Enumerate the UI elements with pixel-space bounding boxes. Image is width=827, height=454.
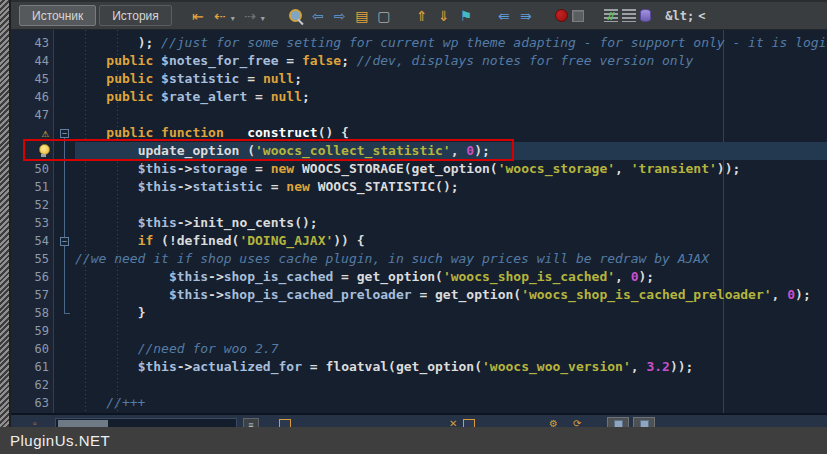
line-number[interactable]: 59	[11, 322, 54, 340]
code-text[interactable]: //+++	[75, 394, 827, 412]
code-text[interactable]: ); //just for some setting for current w…	[75, 34, 827, 52]
code-line-45[interactable]: 45 public $statistic = null;	[11, 70, 827, 88]
toggle-comment-icon[interactable]: //	[604, 9, 618, 22]
database-icon[interactable]	[640, 9, 651, 22]
code-line-51[interactable]: 51 $this->statistic = new WOOCS_STATISTI…	[11, 178, 827, 196]
line-number[interactable]: 63	[11, 394, 54, 412]
docked-panel-strip[interactable]	[0, 0, 11, 454]
code-text[interactable]	[75, 196, 827, 214]
back-icon[interactable]: ⇠	[211, 7, 229, 25]
code-line-43[interactable]: 43 ); //just for some setting for curren…	[11, 34, 827, 52]
dropdown-caret-icon[interactable]: ▾	[261, 14, 265, 23]
escaped-lt-button[interactable]: &lt;	[671, 7, 689, 25]
line-number[interactable]: 56	[11, 268, 54, 286]
find-bar-glyph[interactable]: ⚙	[549, 418, 558, 427]
forward-icon[interactable]: ⇢	[241, 7, 259, 25]
find-selection-icon[interactable]	[287, 7, 305, 25]
find-bar-glyph[interactable]: ⟳	[573, 418, 581, 427]
code-text[interactable]	[75, 106, 827, 124]
last-edited-icon[interactable]: ⇤	[189, 7, 207, 25]
code-editor[interactable]: 43 ); //just for some setting for curren…	[11, 30, 827, 413]
code-line-49[interactable]: update_option ('woocs_collect_statistic'…	[11, 142, 827, 160]
code-text[interactable]: update_option ('woocs_collect_statistic'…	[75, 142, 827, 160]
code-line-47[interactable]: 47	[11, 106, 827, 124]
code-text[interactable]: public $statistic = null;	[75, 70, 827, 88]
code-text[interactable]: public $rate_alert = null;	[75, 88, 827, 106]
line-number[interactable]: 61	[11, 358, 54, 376]
toggle-highlight-search-icon[interactable]: ▤	[353, 7, 371, 25]
record-macro-icon[interactable]	[555, 9, 568, 22]
code-text[interactable]: $this->shop_is_cached_preloader = get_op…	[75, 286, 827, 304]
next-bookmark-icon[interactable]: ⇓	[435, 7, 453, 25]
toggle-bookmark-icon[interactable]: ⚑	[457, 7, 475, 25]
code-line-55[interactable]: 55//we need it if shop uses cache plugin…	[11, 250, 827, 268]
code-line-62[interactable]: 62	[11, 376, 827, 394]
code-text[interactable]: $this->init_no_cents();	[75, 214, 827, 232]
line-number[interactable]: 51	[11, 178, 54, 196]
line-number[interactable]: 44	[11, 52, 54, 70]
dropdown-caret-icon[interactable]: ▾	[231, 14, 235, 23]
find-bar-glyph[interactable]: ✕	[449, 418, 457, 427]
code-line-59[interactable]: 59	[11, 322, 827, 340]
line-number[interactable]: 57	[11, 286, 54, 304]
line-number[interactable]: 43	[11, 34, 54, 52]
code-text[interactable]: $this->shop_is_cached = get_option('wooc…	[75, 268, 827, 286]
code-text[interactable]	[75, 322, 827, 340]
find-doc-button[interactable]	[607, 417, 629, 427]
code-line-53[interactable]: 53 $this->init_no_cents();	[11, 214, 827, 232]
fold-collapse-box[interactable]: −	[54, 124, 75, 142]
code-text[interactable]: //we need it if shop uses cache plugin, …	[75, 250, 827, 268]
rectangular-selection-icon[interactable]: ▢	[375, 7, 393, 25]
shift-right-icon[interactable]: ⇛	[517, 7, 535, 25]
code-line-58[interactable]: 58 }	[11, 304, 827, 322]
uncomment-icon[interactable]	[622, 9, 636, 22]
find-toggle-icon[interactable]	[279, 419, 291, 427]
code-line-61[interactable]: 61 $this->actualized_for = floatval(get_…	[11, 358, 827, 376]
find-bar-icon[interactable]: ▫	[33, 418, 37, 427]
find-next-icon[interactable]: ⇨	[331, 7, 349, 25]
code-line-44[interactable]: 44 public $notes_for_free = false; //dev…	[11, 52, 827, 70]
line-number[interactable]: 53	[11, 214, 54, 232]
find-input[interactable]	[55, 418, 237, 427]
code-text[interactable]: public function __construct() {	[75, 124, 827, 142]
tab-history[interactable]: История	[99, 5, 172, 26]
code-line-54[interactable]: 54− if (!defined('DOING_AJAX')) {	[11, 232, 827, 250]
line-number[interactable]: 54	[11, 232, 54, 250]
code-text[interactable]: if (!defined('DOING_AJAX')) {	[75, 232, 827, 250]
tab-source[interactable]: Источник	[19, 5, 96, 26]
line-number[interactable]: 46	[11, 88, 54, 106]
fold-collapse-box[interactable]: −	[54, 232, 75, 250]
warning-icon[interactable]: ⚠	[11, 124, 54, 142]
lt-button[interactable]: <	[693, 7, 711, 25]
code-line-63[interactable]: 63 //+++	[11, 394, 827, 412]
code-line-46[interactable]: 46 public $rate_alert = null;	[11, 88, 827, 106]
find-previous-icon[interactable]: ⇦	[309, 7, 327, 25]
stop-macro-icon[interactable]	[572, 10, 584, 22]
find-options-button[interactable]: ≡	[243, 418, 259, 427]
find-doc-button[interactable]	[633, 417, 655, 427]
code-text[interactable]	[75, 376, 827, 394]
code-text[interactable]: //need for woo 2.7	[75, 340, 827, 358]
code-text[interactable]: $this->storage = new WOOCS_STORAGE(get_o…	[75, 160, 827, 178]
line-number[interactable]: 62	[11, 376, 54, 394]
line-number[interactable]: 47	[11, 106, 54, 124]
code-line-48[interactable]: ⚠− public function __construct() {	[11, 124, 827, 142]
line-number[interactable]: 45	[11, 70, 54, 88]
previous-bookmark-icon[interactable]: ⇑	[413, 7, 431, 25]
line-number[interactable]: 52	[11, 196, 54, 214]
line-number[interactable]: 58	[11, 304, 54, 322]
code-text[interactable]: $this->actualized_for = floatval(get_opt…	[75, 358, 827, 376]
code-text[interactable]: $this->statistic = new WOOCS_STATISTIC()…	[75, 178, 827, 196]
code-text[interactable]: }	[75, 304, 827, 322]
code-text[interactable]: public $notes_for_free = false; //dev, d…	[75, 52, 827, 70]
shift-left-icon[interactable]: ⇚	[495, 7, 513, 25]
code-line-56[interactable]: 56 $this->shop_is_cached = get_option('w…	[11, 268, 827, 286]
line-number[interactable]: 55	[11, 250, 54, 268]
code-line-60[interactable]: 60 //need for woo 2.7	[11, 340, 827, 358]
line-number[interactable]: 50	[11, 160, 54, 178]
code-line-50[interactable]: 50 $this->storage = new WOOCS_STORAGE(ge…	[11, 160, 827, 178]
find-toggle-icon[interactable]	[463, 419, 475, 427]
code-line-57[interactable]: 57 $this->shop_is_cached_preloader = get…	[11, 286, 827, 304]
code-line-52[interactable]: 52	[11, 196, 827, 214]
bulb-icon[interactable]	[11, 142, 54, 160]
